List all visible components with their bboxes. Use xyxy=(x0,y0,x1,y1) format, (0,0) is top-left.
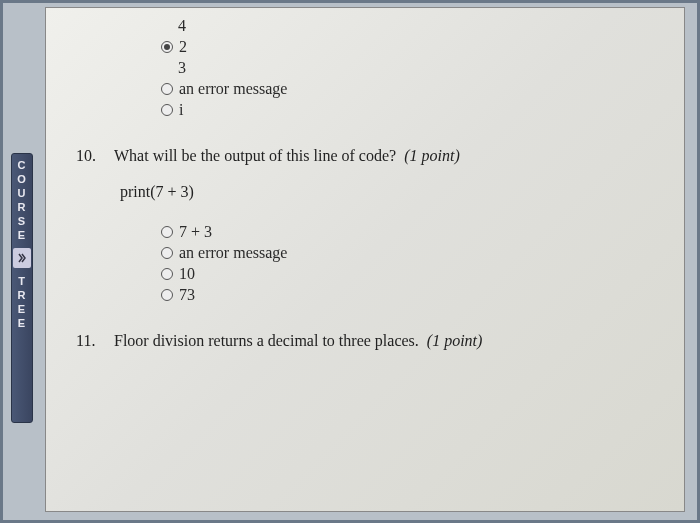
radio-icon[interactable] xyxy=(161,289,173,301)
option-pretext: 3 xyxy=(178,59,654,77)
sidebar-label-course: C O U R S E xyxy=(17,158,27,242)
option-label: an error message xyxy=(179,244,287,262)
option-label: 10 xyxy=(179,265,195,283)
quiz-content: 4 2 3 an error message i 10. What xyxy=(45,7,685,512)
question-points: (1 point) xyxy=(427,332,483,349)
question-prompt: Floor division returns a decimal to thre… xyxy=(114,332,419,349)
course-tree-sidebar[interactable]: C O U R S E T R E E xyxy=(11,153,33,423)
option-pretext-label: 4 xyxy=(178,17,186,35)
option-label: an error message xyxy=(179,80,287,98)
question-text: Floor division returns a decimal to thre… xyxy=(114,332,482,350)
question-text: What will be the output of this line of … xyxy=(114,147,460,165)
radio-icon[interactable] xyxy=(161,83,173,95)
partial-question-block: 4 2 3 an error message i xyxy=(76,17,654,119)
radio-icon[interactable] xyxy=(161,247,173,259)
sidebar-collapse-icon[interactable] xyxy=(13,248,31,268)
option-row[interactable]: an error message xyxy=(161,80,654,98)
option-label: i xyxy=(179,101,183,119)
option-row[interactable]: 10 xyxy=(161,265,654,283)
question-10-block: 10. What will be the output of this line… xyxy=(76,147,654,304)
question-10-options: 7 + 3 an error message 10 73 xyxy=(76,223,654,304)
sidebar-label-tree: T R E E xyxy=(18,274,27,330)
question-line: 10. What will be the output of this line… xyxy=(76,147,654,165)
option-label: 73 xyxy=(179,286,195,304)
question-number: 11. xyxy=(76,332,104,350)
option-row[interactable]: an error message xyxy=(161,244,654,262)
question-points: (1 point) xyxy=(404,147,460,164)
app-frame: C O U R S E T R E E 4 2 3 xyxy=(0,0,700,523)
option-row[interactable]: 73 xyxy=(161,286,654,304)
radio-icon[interactable] xyxy=(161,104,173,116)
option-row[interactable]: 2 xyxy=(161,38,654,56)
option-label: 7 + 3 xyxy=(179,223,212,241)
option-row[interactable]: i xyxy=(161,101,654,119)
option-row[interactable]: 7 + 3 xyxy=(161,223,654,241)
option-pretext: 4 xyxy=(178,17,654,35)
radio-icon[interactable] xyxy=(161,41,173,53)
code-snippet: print(7 + 3) xyxy=(120,183,654,201)
radio-icon[interactable] xyxy=(161,268,173,280)
option-pretext-label: 3 xyxy=(178,59,186,77)
question-line: 11. Floor division returns a decimal to … xyxy=(76,332,654,350)
question-number: 10. xyxy=(76,147,104,165)
question-prompt: What will be the output of this line of … xyxy=(114,147,396,164)
option-label: 2 xyxy=(179,38,187,56)
question-11-block: 11. Floor division returns a decimal to … xyxy=(76,332,654,350)
radio-icon[interactable] xyxy=(161,226,173,238)
